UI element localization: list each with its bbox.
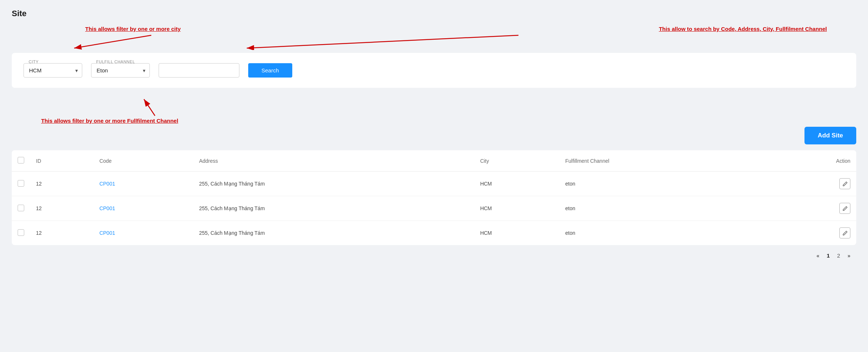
cell-code-2: CP001	[94, 221, 194, 245]
pagination-nav: « 1 2 »	[814, 251, 853, 260]
add-site-button[interactable]: Add Site	[804, 127, 856, 144]
table-row: 12 CP001 255, Cách Mạng Tháng Tám HCM et…	[12, 172, 856, 196]
filter-bar: CITY HCM HN DN FULFILL CHANNEL Eton Othe…	[12, 53, 856, 88]
channel-select-wrapper[interactable]: Eton Other	[91, 63, 150, 78]
cell-action-1	[762, 196, 856, 221]
svg-line-2	[74, 35, 151, 48]
annotation-search: This allow to search by Code, Address, C…	[659, 26, 827, 32]
svg-line-5	[144, 99, 155, 116]
cell-id-0: 12	[30, 172, 94, 196]
cell-channel-0: eton	[559, 172, 762, 196]
toolbar-row: Add Site	[12, 127, 856, 144]
search-input[interactable]	[159, 63, 239, 78]
row-checkbox-cell	[12, 196, 30, 221]
row-checkbox-1[interactable]	[18, 205, 24, 211]
annotation-city-filter: This allows filter by one or more city	[85, 26, 181, 32]
row-checkbox-cell	[12, 221, 30, 245]
row-checkbox-cell	[12, 172, 30, 196]
cell-id-1: 12	[30, 196, 94, 221]
table-row: 12 CP001 255, Cách Mạng Tháng Tám HCM et…	[12, 221, 856, 245]
cell-address-2: 255, Cách Mạng Tháng Tám	[193, 221, 474, 245]
select-all-checkbox[interactable]	[18, 157, 24, 164]
city-select-wrapper[interactable]: HCM HN DN	[23, 63, 82, 78]
current-page: 1	[824, 251, 833, 260]
channel-filter-group: FULFILL CHANNEL Eton Other	[91, 63, 150, 78]
col-header-address: Address	[193, 150, 474, 172]
pagination-row: « 1 2 »	[12, 245, 856, 266]
cell-action-2	[762, 221, 856, 245]
search-input-wrapper	[159, 63, 239, 78]
edit-button-1[interactable]	[839, 203, 850, 214]
header-checkbox-cell	[12, 150, 30, 172]
col-header-city: City	[474, 150, 560, 172]
edit-button-0[interactable]	[839, 178, 850, 189]
cell-channel-2: eton	[559, 221, 762, 245]
table-header-row: ID Code Address City Fulfillment Channel…	[12, 150, 856, 172]
row-checkbox-0[interactable]	[18, 180, 24, 187]
cell-city-1: HCM	[474, 196, 560, 221]
col-header-action: Action	[762, 150, 856, 172]
cell-code-0: CP001	[94, 172, 194, 196]
table-row: 12 CP001 255, Cách Mạng Tháng Tám HCM et…	[12, 196, 856, 221]
next-page-number[interactable]: 2	[834, 251, 843, 260]
annotation-channel-filter: This allows filter by one or more Fullfi…	[41, 118, 178, 124]
edit-button-2[interactable]	[839, 227, 850, 238]
page-title: Site	[12, 9, 856, 18]
col-header-channel: Fulfillment Channel	[559, 150, 762, 172]
cell-city-2: HCM	[474, 221, 560, 245]
cell-action-0	[762, 172, 856, 196]
city-filter-group: CITY HCM HN DN	[23, 63, 82, 78]
data-table: ID Code Address City Fulfillment Channel…	[12, 150, 856, 245]
cell-address-0: 255, Cách Mạng Tháng Tám	[193, 172, 474, 196]
city-select[interactable]: HCM HN DN	[23, 63, 82, 78]
cell-code-1: CP001	[94, 196, 194, 221]
cell-id-2: 12	[30, 221, 94, 245]
svg-line-3	[247, 35, 518, 48]
search-button[interactable]: Search	[248, 63, 292, 78]
channel-select[interactable]: Eton Other	[91, 63, 150, 78]
cell-channel-1: eton	[559, 196, 762, 221]
col-header-code: Code	[94, 150, 194, 172]
cell-city-0: HCM	[474, 172, 560, 196]
next-page-button[interactable]: »	[845, 251, 853, 260]
col-header-id: ID	[30, 150, 94, 172]
row-checkbox-2[interactable]	[18, 229, 24, 236]
prev-page-button[interactable]: «	[814, 251, 822, 260]
cell-address-1: 255, Cách Mạng Tháng Tám	[193, 196, 474, 221]
